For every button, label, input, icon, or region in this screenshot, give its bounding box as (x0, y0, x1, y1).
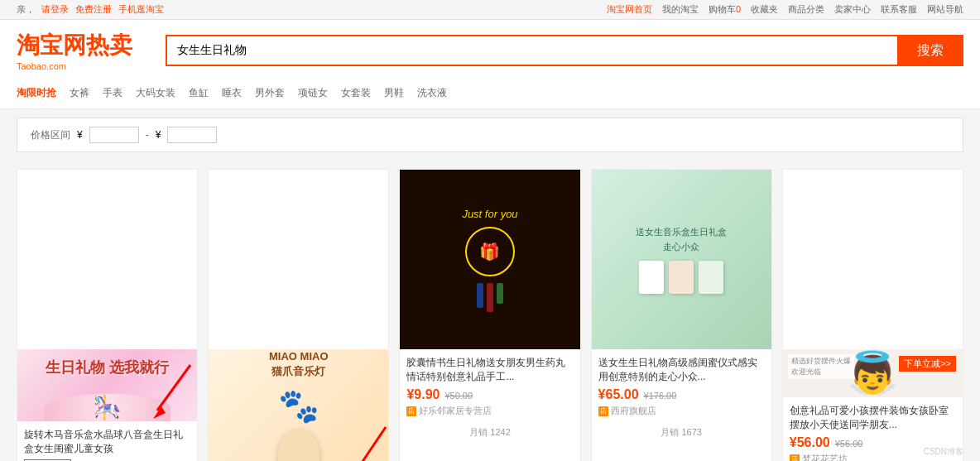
shop-icon-5: 店 (790, 454, 800, 461)
tag-nav-item-7[interactable]: 项链女 (298, 86, 328, 100)
product-title-1: 旋转木马音乐盒水晶球八音盒生日礼盒女生闺蜜儿童女孩 (24, 428, 190, 456)
tag-nav-item-3[interactable]: 大码女装 (136, 86, 175, 100)
tag-nav-item-5[interactable]: 睡衣 (222, 86, 242, 100)
shop-name-4: 店 西府旗舰店 (598, 405, 765, 417)
top-nav-left: 亲， 请登录 免费注册 手机逛淘宝 (17, 3, 164, 16)
tag-nav: 淘限时抢 女裤 手表 大码女装 鱼缸 睡衣 男外套 项链女 女套装 男鞋 洗衣液 (0, 81, 980, 109)
product-info-4: 送女生生日礼物高级感闺蜜仪式感实用创意特别的走心小众... ¥65.00 ¥17… (592, 349, 771, 424)
shop-name-3: 店 好乐邻家居专营店 (406, 405, 573, 417)
top-nav: 亲， 请登录 免费注册 手机逛淘宝 淘宝网首页 我的淘宝 购物车0 收藏夹 商品… (0, 0, 980, 20)
product-grid: 生日礼物 选我就行 🎠 旋转木马音乐盒水晶球八音盒生日礼盒女生闺蜜儿童女孩 ¥8… (0, 161, 980, 461)
tag-nav-item-9[interactable]: 男鞋 (384, 86, 404, 100)
tag-nav-item-4[interactable]: 鱼缸 (189, 86, 209, 100)
product-price-now-4: ¥65.00 (598, 387, 639, 402)
product-image-3: Just for you 🎁 (400, 170, 579, 349)
price-separator: - (146, 129, 149, 141)
product-title-5: 创意礼品可爱小孩摆件装饰女孩卧室摆放小天使送同学朋友... (790, 404, 956, 432)
product-title-3: 胶囊情书生日礼物送女朋友男生药丸情话特别创意礼品手工... (406, 356, 573, 384)
yuan-symbol-1: ¥ (77, 129, 83, 141)
filter-label: 价格区间 (31, 128, 70, 142)
product-title-4: 送女生生日礼物高级感闺蜜仪式感实用创意特别的走心小众... (598, 356, 765, 384)
product-image-2: MIAO MIAO猫爪音乐灯 🐾 (209, 170, 388, 461)
yuan-symbol-2: ¥ (156, 129, 161, 141)
svg-line-2 (355, 427, 386, 461)
top-nav-right: 淘宝网首页 我的淘宝 购物车0 收藏夹 商品分类 卖家中心 联系客服 网站导航 (607, 3, 963, 16)
favorites-link[interactable]: 收藏夹 (751, 3, 778, 16)
product-card-4[interactable]: 送女生音乐盒生日礼盒走心小众 送女生生日礼物高级感闺蜜仪式感实用创意特别的走心小… (591, 169, 772, 461)
price-max-input[interactable] (167, 127, 217, 143)
product-price-original-5: ¥56.00 (835, 439, 863, 449)
greeting: 亲， (17, 3, 35, 16)
price-min-input[interactable] (89, 127, 139, 143)
categories-link[interactable]: 商品分类 (788, 3, 824, 16)
mytaobao-link[interactable]: 我的淘宝 (662, 3, 699, 16)
mobile-link[interactable]: 手机逛淘宝 (118, 3, 164, 16)
svg-line-0 (157, 365, 190, 411)
tag-nav-item-1[interactable]: 女裤 (70, 86, 89, 100)
shop-icon-4: 店 (598, 406, 608, 416)
search-button[interactable]: 搜索 (897, 35, 963, 66)
product-price-row-4: ¥65.00 ¥176.00 (598, 387, 765, 402)
search-input[interactable] (166, 35, 897, 66)
seller-link[interactable]: 卖家中心 (834, 3, 871, 16)
register-link[interactable]: 免费注册 (75, 3, 112, 16)
monthly-sales-3: 月销 1242 (400, 426, 579, 442)
product-price-original-4: ¥176.00 (644, 391, 677, 401)
product-info-1: 旋转木马音乐盒水晶球八音盒生日礼盒女生闺蜜儿童女孩 ¥85.00 ¥408.00… (17, 421, 197, 461)
sitemap-link[interactable]: 网站导航 (927, 3, 963, 16)
product-badge-5: 下单立减>> (899, 356, 956, 372)
login-link[interactable]: 请登录 (41, 3, 69, 16)
product-card-5[interactable]: 👼 精选好货摆件火爆欢迎光临 下单立减>> 创意礼品可爱小孩摆件装饰女孩卧室摆放… (782, 169, 963, 461)
filter-bar: 价格区间 ¥ - ¥ (17, 118, 963, 152)
product-info-3: 胶囊情书生日礼物送女朋友男生药丸情话特别创意礼品手工... ¥9.90 ¥50.… (400, 349, 579, 424)
tag-nav-item-8[interactable]: 女套装 (341, 86, 371, 100)
shop-icon-3: 店 (406, 406, 416, 416)
search-area: 搜索 (166, 35, 963, 66)
product-image-1: 生日礼物 选我就行 🎠 (17, 170, 197, 421)
product-card-1[interactable]: 生日礼物 选我就行 🎠 旋转木马音乐盒水晶球八音盒生日礼盒女生闺蜜儿童女孩 ¥8… (17, 169, 198, 461)
tag-nav-item-10[interactable]: 洗衣液 (417, 86, 447, 100)
product-price-row-3: ¥9.90 ¥50.00 (406, 387, 573, 402)
product-image-5: 👼 精选好货摆件火爆欢迎光临 下单立减>> (783, 170, 963, 397)
product-card-3[interactable]: Just for you 🎁 胶囊情书生日礼物送女朋友男生药丸情话特别创意礼品手… (399, 169, 580, 461)
product-image-4: 送女生音乐盒生日礼盒走心小众 (592, 170, 771, 349)
logo: 淘宝网热卖 Taobao.com (17, 30, 132, 71)
product-price-now-5: ¥56.00 (790, 435, 830, 450)
tag-nav-item-2[interactable]: 手表 (103, 86, 122, 100)
tag-nav-item-6[interactable]: 男外套 (255, 86, 285, 100)
product-price-original-3: ¥50.00 (444, 391, 473, 401)
product-price-now-3: ¥9.90 (406, 387, 440, 402)
service-link[interactable]: 联系客服 (881, 3, 917, 16)
product-card-2[interactable]: MIAO MIAO猫爪音乐灯 🐾 女生生日礼物送女友实用闺蜜精致特别18岁成年老… (208, 169, 389, 461)
logo-main: 淘宝网热卖 (17, 30, 132, 61)
header: 淘宝网热卖 Taobao.com 搜索 (0, 20, 980, 81)
home-link[interactable]: 淘宝网首页 (607, 3, 652, 16)
watermark: CSDN博客 (924, 446, 963, 458)
cart-link[interactable]: 购物车0 (709, 3, 741, 16)
monthly-sales-4: 月销 1673 (592, 426, 771, 442)
tag-nav-item-0[interactable]: 淘限时抢 (17, 86, 56, 100)
logo-en: Taobao.com (17, 61, 132, 71)
